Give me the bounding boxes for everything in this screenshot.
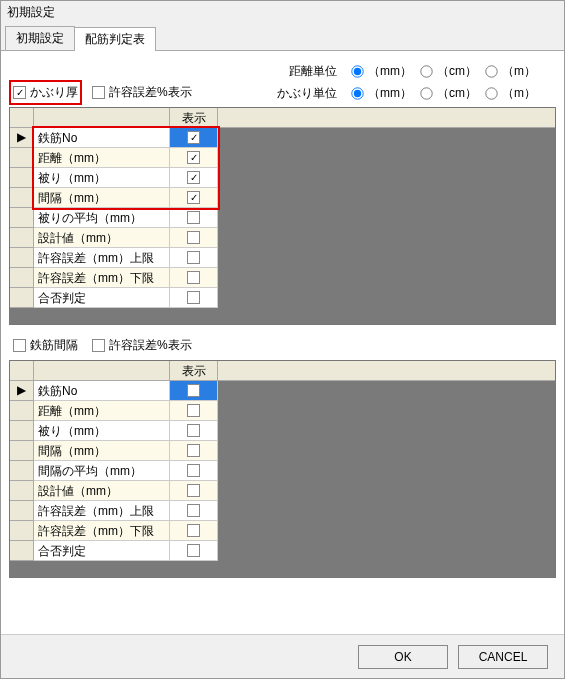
cancel-button[interactable]: CANCEL bbox=[458, 645, 548, 669]
row-display-checkbox[interactable] bbox=[187, 424, 200, 437]
row-display-checkbox[interactable] bbox=[187, 211, 200, 224]
check-tolerance-upper-box[interactable] bbox=[92, 86, 105, 99]
content: 距離単位 （mm） （cm） （m） かぶり厚 許容誤差%表示 bbox=[1, 51, 564, 634]
distance-unit-mm[interactable]: （mm） bbox=[351, 63, 412, 80]
row-selector[interactable] bbox=[10, 228, 34, 248]
row-display-checkbox[interactable] bbox=[187, 484, 200, 497]
row-display-cell[interactable] bbox=[170, 461, 218, 481]
row-selector[interactable] bbox=[10, 521, 34, 541]
row-display-cell[interactable] bbox=[170, 401, 218, 421]
row-display-cell[interactable] bbox=[170, 228, 218, 248]
row-display-checkbox[interactable] bbox=[187, 404, 200, 417]
footer: OK CANCEL bbox=[1, 634, 564, 678]
row-display-cell[interactable] bbox=[170, 501, 218, 521]
ok-button[interactable]: OK bbox=[358, 645, 448, 669]
table-row[interactable]: 設計値（mm） bbox=[10, 481, 555, 501]
row-display-cell[interactable] bbox=[170, 541, 218, 561]
distance-unit-cm[interactable]: （cm） bbox=[420, 63, 477, 80]
row-display-checkbox[interactable] bbox=[187, 231, 200, 244]
upper-grid[interactable]: 表示 ▶鉄筋No距離（mm）被り（mm）間隔（mm）被りの平均（mm）設計値（m… bbox=[9, 107, 556, 325]
row-selector[interactable] bbox=[10, 148, 34, 168]
row-display-checkbox[interactable] bbox=[187, 464, 200, 477]
row-selector[interactable] bbox=[10, 248, 34, 268]
distance-unit-m[interactable]: （m） bbox=[485, 63, 536, 80]
table-row[interactable]: ▶鉄筋No bbox=[10, 381, 555, 401]
table-row[interactable]: 許容誤差（mm）下限 bbox=[10, 521, 555, 541]
check-tolerance-upper[interactable]: 許容誤差%表示 bbox=[92, 84, 192, 101]
table-row[interactable]: 被り（mm） bbox=[10, 421, 555, 441]
row-display-checkbox[interactable] bbox=[187, 524, 200, 537]
table-row[interactable]: 被りの平均（mm） bbox=[10, 208, 555, 228]
check-spacing[interactable]: 鉄筋間隔 bbox=[13, 337, 78, 354]
row-selector[interactable] bbox=[10, 288, 34, 308]
row-selector[interactable]: ▶ bbox=[10, 128, 34, 148]
row-display-cell[interactable] bbox=[170, 288, 218, 308]
row-selector[interactable] bbox=[10, 461, 34, 481]
row-display-checkbox[interactable] bbox=[187, 384, 200, 397]
row-display-cell[interactable] bbox=[170, 481, 218, 501]
table-row[interactable]: 距離（mm） bbox=[10, 401, 555, 421]
table-row[interactable]: 合否判定 bbox=[10, 541, 555, 561]
row-display-cell[interactable] bbox=[170, 381, 218, 401]
row-display-checkbox[interactable] bbox=[187, 151, 200, 164]
cover-unit-m[interactable]: （m） bbox=[485, 85, 536, 102]
row-display-checkbox[interactable] bbox=[187, 544, 200, 557]
check-spacing-box[interactable] bbox=[13, 339, 26, 352]
lower-section: 鉄筋間隔 許容誤差%表示 表示 ▶鉄筋No距離（mm）被り（mm）間隔（mm）間… bbox=[9, 335, 556, 578]
check-cover[interactable]: かぶり厚 bbox=[13, 84, 78, 101]
lower-grid[interactable]: 表示 ▶鉄筋No距離（mm）被り（mm）間隔（mm）間隔の平均（mm）設計値（m… bbox=[9, 360, 556, 578]
table-row[interactable]: 間隔の平均（mm） bbox=[10, 461, 555, 481]
table-row[interactable]: 距離（mm） bbox=[10, 148, 555, 168]
row-display-cell[interactable] bbox=[170, 268, 218, 288]
table-row[interactable]: 間隔（mm） bbox=[10, 441, 555, 461]
table-row[interactable]: 許容誤差（mm）下限 bbox=[10, 268, 555, 288]
row-name: 間隔の平均（mm） bbox=[34, 461, 170, 481]
table-row[interactable]: 被り（mm） bbox=[10, 168, 555, 188]
row-selector[interactable] bbox=[10, 421, 34, 441]
row-display-checkbox[interactable] bbox=[187, 251, 200, 264]
grid-corner bbox=[10, 108, 34, 128]
row-selector[interactable] bbox=[10, 168, 34, 188]
row-selector[interactable] bbox=[10, 481, 34, 501]
tab-rebar-table[interactable]: 配筋判定表 bbox=[74, 27, 156, 51]
table-row[interactable]: 合否判定 bbox=[10, 288, 555, 308]
row-selector[interactable]: ▶ bbox=[10, 381, 34, 401]
row-selector[interactable] bbox=[10, 541, 34, 561]
row-display-cell[interactable] bbox=[170, 148, 218, 168]
row-display-checkbox[interactable] bbox=[187, 191, 200, 204]
row-display-cell[interactable] bbox=[170, 208, 218, 228]
table-row[interactable]: 間隔（mm） bbox=[10, 188, 555, 208]
row-display-cell[interactable] bbox=[170, 128, 218, 148]
row-selector[interactable] bbox=[10, 401, 34, 421]
row-display-checkbox[interactable] bbox=[187, 271, 200, 284]
row-selector[interactable] bbox=[10, 268, 34, 288]
row-display-checkbox[interactable] bbox=[187, 171, 200, 184]
row-display-cell[interactable] bbox=[170, 188, 218, 208]
row-display-cell[interactable] bbox=[170, 521, 218, 541]
table-row[interactable]: 許容誤差（mm）上限 bbox=[10, 248, 555, 268]
check-cover-box[interactable] bbox=[13, 86, 26, 99]
cover-unit-cm[interactable]: （cm） bbox=[420, 85, 477, 102]
cover-unit-mm[interactable]: （mm） bbox=[351, 85, 412, 102]
row-display-checkbox[interactable] bbox=[187, 504, 200, 517]
row-display-checkbox[interactable] bbox=[187, 291, 200, 304]
row-display-cell[interactable] bbox=[170, 421, 218, 441]
check-tolerance-lower[interactable]: 許容誤差%表示 bbox=[92, 337, 192, 354]
grid-corner bbox=[10, 361, 34, 381]
table-row[interactable]: 設計値（mm） bbox=[10, 228, 555, 248]
row-selector[interactable] bbox=[10, 208, 34, 228]
window-title: 初期設定 bbox=[1, 1, 564, 24]
check-tolerance-lower-box[interactable] bbox=[92, 339, 105, 352]
grid-header-name bbox=[34, 361, 170, 381]
row-display-cell[interactable] bbox=[170, 441, 218, 461]
row-display-checkbox[interactable] bbox=[187, 131, 200, 144]
table-row[interactable]: 許容誤差（mm）上限 bbox=[10, 501, 555, 521]
row-selector[interactable] bbox=[10, 441, 34, 461]
table-row[interactable]: ▶鉄筋No bbox=[10, 128, 555, 148]
row-display-cell[interactable] bbox=[170, 248, 218, 268]
row-display-cell[interactable] bbox=[170, 168, 218, 188]
row-selector[interactable] bbox=[10, 188, 34, 208]
row-selector[interactable] bbox=[10, 501, 34, 521]
tab-initial[interactable]: 初期設定 bbox=[5, 26, 75, 50]
row-display-checkbox[interactable] bbox=[187, 444, 200, 457]
